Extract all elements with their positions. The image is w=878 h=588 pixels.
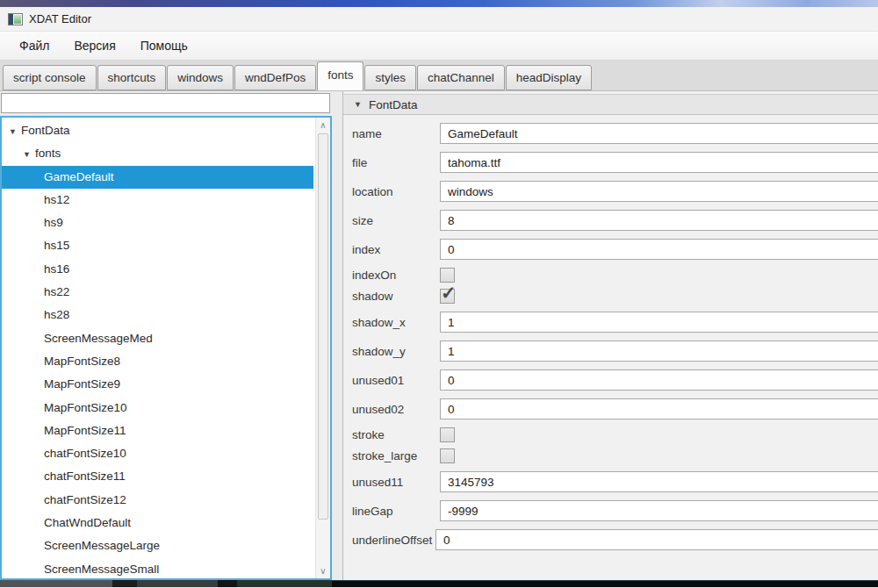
- unused01-field[interactable]: [440, 369, 878, 391]
- tree-item[interactable]: hs22: [2, 281, 313, 304]
- scroll-up-icon[interactable]: ∧: [316, 118, 330, 133]
- tree-item[interactable]: ScreenMessageSmall: [2, 558, 313, 580]
- font-tree: ▼FontData ▼fonts GameDefault hs12 hs9 hs…: [0, 116, 332, 580]
- font-properties-panel: ▼ FontData name file location size: [342, 91, 878, 580]
- tree-item[interactable]: ScreenMessageMed: [2, 327, 313, 350]
- shadow-x-field[interactable]: [440, 312, 878, 333]
- field-label: underlineOffset: [352, 534, 435, 547]
- tree-node-fontdata[interactable]: ▼FontData: [2, 119, 313, 142]
- field-label: shadow_x: [352, 316, 440, 329]
- field-label: file: [352, 156, 440, 169]
- tree-item[interactable]: hs15: [2, 234, 313, 257]
- bottom-strip-segment: [112, 580, 137, 587]
- tree-item[interactable]: hs28: [2, 304, 313, 326]
- field-row-stroke-large: stroke_large ✓: [352, 448, 878, 463]
- screen: XDAT Editor Файл Версия Помощь script co…: [0, 0, 878, 588]
- tab-wnddefpos[interactable]: wndDefPos: [234, 65, 316, 90]
- field-row-unused01: unused01: [352, 369, 878, 391]
- tree-item[interactable]: ChatWndDefault: [2, 512, 313, 534]
- field-row-file: file: [352, 152, 878, 173]
- field-row-unused02: unused02: [352, 398, 878, 419]
- unused11-field[interactable]: [440, 471, 878, 492]
- tree-item-gamedefault[interactable]: GameDefault: [2, 166, 313, 189]
- tab-styles[interactable]: styles: [364, 65, 416, 90]
- indexon-checkbox[interactable]: ✓: [440, 268, 455, 283]
- bottom-strip-segment: [237, 580, 332, 587]
- field-row-size: size: [352, 210, 878, 231]
- collapse-triangle-icon[interactable]: ▼: [23, 143, 35, 166]
- menu-help[interactable]: Помощь: [132, 34, 197, 57]
- field-label: indexOn: [352, 269, 440, 282]
- tree-node-fonts[interactable]: ▼fonts: [2, 142, 313, 165]
- tab-shortcuts[interactable]: shortcuts: [97, 65, 167, 90]
- tree-item[interactable]: MapFontSize10: [2, 397, 313, 419]
- tree-item[interactable]: MapFontSize9: [2, 373, 313, 396]
- fontdata-section-header[interactable]: ▼ FontData: [343, 94, 878, 115]
- unused02-field[interactable]: [440, 398, 878, 419]
- shadow-y-field[interactable]: [440, 341, 878, 362]
- fontdata-form: name file location size index: [343, 115, 878, 550]
- linegap-field[interactable]: [440, 500, 878, 521]
- field-row-shadow-y: shadow_y: [352, 341, 878, 362]
- field-label: unused01: [352, 374, 440, 387]
- stroke-checkbox[interactable]: ✓: [440, 427, 455, 442]
- field-label: lineGap: [352, 505, 440, 518]
- tree-item[interactable]: hs9: [2, 212, 313, 234]
- tree-item[interactable]: chatFontSize10: [2, 442, 313, 465]
- field-label: shadow_y: [352, 345, 440, 358]
- scroll-down-icon[interactable]: ∨: [316, 563, 330, 578]
- tree-rows: ▼FontData ▼fonts GameDefault hs12 hs9 hs…: [2, 119, 313, 580]
- window-title: XDAT Editor: [29, 12, 91, 25]
- scrollbar-thumb[interactable]: [318, 133, 328, 520]
- app-icon-part: [9, 14, 13, 25]
- field-row-stroke: stroke ✓: [352, 427, 878, 442]
- tab-bar: script console shortcuts windows wndDefP…: [0, 61, 878, 91]
- tree-item[interactable]: MapFontSize8: [2, 350, 313, 373]
- location-field[interactable]: [440, 181, 878, 202]
- field-row-location: location: [352, 181, 878, 202]
- name-field[interactable]: [440, 123, 878, 144]
- field-label: stroke_large: [352, 449, 440, 463]
- file-field[interactable]: [440, 152, 878, 173]
- tree-item[interactable]: ScreenMessageLarge: [2, 534, 313, 557]
- stroke-large-checkbox[interactable]: ✓: [440, 448, 455, 463]
- underlineoffset-field[interactable]: [435, 529, 878, 550]
- tree-item[interactable]: chatFontSize11: [2, 465, 313, 488]
- menu-file[interactable]: Файл: [11, 34, 58, 57]
- font-tree-panel: ▼FontData ▼fonts GameDefault hs12 hs9 hs…: [0, 91, 332, 580]
- field-label: size: [352, 214, 440, 227]
- tab-chatchannel[interactable]: chatChannel: [417, 65, 505, 90]
- tree-scrollbar[interactable]: ∧ ∨: [315, 118, 330, 578]
- tree-node-label: fonts: [35, 147, 61, 160]
- field-label: location: [352, 185, 440, 198]
- tab-windows[interactable]: windows: [167, 65, 234, 90]
- bottom-taskbar-sliver: [0, 580, 878, 587]
- collapse-triangle-icon[interactable]: ▼: [9, 120, 21, 143]
- field-row-name: name: [352, 123, 878, 144]
- field-label: name: [352, 127, 440, 140]
- field-row-shadow: shadow ✓: [352, 289, 878, 304]
- app-icon: [8, 13, 23, 25]
- app-icon-part: [14, 15, 21, 24]
- field-label: unused11: [352, 476, 440, 489]
- tree-item[interactable]: MapFontSize11: [2, 419, 313, 442]
- shadow-checkbox[interactable]: ✓: [440, 289, 455, 304]
- tree-item[interactable]: chatFontSize12: [2, 489, 313, 512]
- collapse-triangle-icon[interactable]: ▼: [354, 100, 362, 109]
- index-field[interactable]: [440, 239, 878, 260]
- tree-item[interactable]: hs16: [2, 258, 313, 281]
- tree-item[interactable]: hs12: [2, 189, 313, 212]
- field-row-underlineoffset: underlineOffset: [352, 529, 878, 550]
- tab-script-console[interactable]: script console: [3, 65, 97, 90]
- tree-search-input[interactable]: [1, 93, 330, 113]
- tab-headdisplay[interactable]: headDisplay: [506, 65, 592, 90]
- menu-bar: Файл Версия Помощь: [0, 32, 878, 61]
- bottom-strip-segment: [137, 580, 218, 587]
- bottom-strip-segment: [218, 580, 237, 587]
- field-row-shadow-x: shadow_x: [352, 312, 878, 333]
- tab-fonts[interactable]: fonts: [317, 61, 363, 90]
- field-row-unused11: unused11: [352, 471, 878, 492]
- size-field[interactable]: [440, 210, 878, 231]
- menu-version[interactable]: Версия: [65, 34, 124, 57]
- field-row-index: index: [352, 239, 878, 260]
